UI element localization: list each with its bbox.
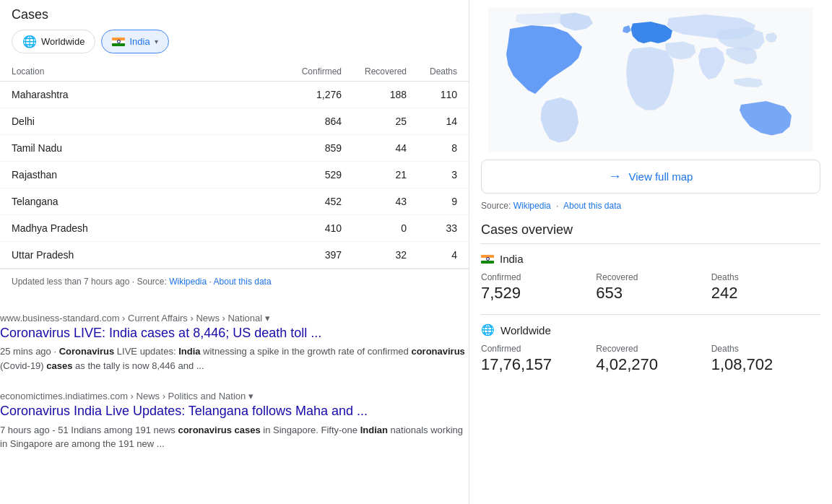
location-cell: Delhi [12,116,277,127]
col-header-location: Location [12,66,277,77]
deaths-cell: 3 [407,169,457,181]
worldwide-deaths-box: Deaths 1,08,702 [711,344,820,374]
worldwide-label: Worldwide [41,36,84,47]
recovered-cell: 0 [342,222,407,234]
cases-overview-section: Cases overview India Confirmed 7,529 [481,222,820,374]
worldwide-confirmed-value: 17,76,157 [481,355,590,374]
india-flag-icon [112,38,125,46]
col-header-recovered: Recovered [342,66,407,77]
india-recovered-box: Recovered 653 [596,272,705,303]
table-footer: Updated less than 7 hours ago · Source: … [0,269,469,294]
worldwide-recovered-box: Recovered 4,02,270 [596,344,705,374]
india-deaths-value: 242 [711,284,820,303]
confirmed-cell: 1,276 [277,89,342,100]
india-stats: Confirmed 7,529 Recovered 653 Deaths 242 [481,272,820,303]
india-recovered-value: 653 [596,284,705,303]
deaths-cell: 33 [407,222,457,234]
result-1-dropdown-icon[interactable]: ▾ [265,313,270,323]
india-filter-button[interactable]: India ▾ [101,30,168,53]
wikipedia-link[interactable]: Wikipedia [169,277,207,287]
cases-overview-title: Cases overview [481,222,820,244]
worldwide-confirmed-label: Confirmed [481,344,590,354]
table-row: Rajasthan 529 21 3 [0,162,469,188]
worldwide-globe-icon: 🌐 [481,323,495,336]
worldwide-name: Worldwide [500,324,551,336]
india-name: India [500,253,524,265]
result-2-snippet: 7 hours ago - 51 Indians among 191 news … [0,423,469,451]
result-1-snippet: 25 mins ago · Coronavirus LIVE updates: … [0,344,469,373]
india-confirmed-box: Confirmed 7,529 [481,272,590,303]
india-confirmed-value: 7,529 [481,284,590,303]
update-text: Updated less than 7 hours ago · Source: [12,277,167,287]
confirmed-cell: 859 [277,142,342,154]
confirmed-cell: 529 [277,169,342,181]
arrow-right-icon: → [609,169,622,184]
deaths-cell: 14 [407,116,457,127]
recovered-cell: 188 [342,89,407,100]
recovered-cell: 32 [342,249,407,261]
globe-icon: 🌐 [22,35,37,48]
search-result-1: www.business-standard.com › Current Affa… [0,305,469,381]
confirmed-cell: 397 [277,249,342,261]
worldwide-recovered-label: Recovered [596,344,705,354]
india-overview: India Confirmed 7,529 Recovered 653 Deat… [481,253,820,303]
location-cell: Maharashtra [12,89,277,100]
india-deaths-label: Deaths [711,272,820,282]
deaths-cell: 110 [407,89,457,100]
worldwide-overview: 🌐 Worldwide Confirmed 17,76,157 Recovere… [481,323,820,374]
filter-buttons: 🌐 Worldwide India ▾ [0,30,469,62]
left-panel: Cases 🌐 Worldwide India ▾ Location Confi… [0,0,469,504]
recovered-cell: 21 [342,169,407,181]
col-header-deaths: Deaths [407,66,457,77]
confirmed-cell: 864 [277,116,342,127]
recovered-cell: 25 [342,116,407,127]
table-body: Maharashtra 1,276 188 110 Delhi 864 25 1… [0,82,469,269]
location-cell: Madhya Pradesh [12,222,277,234]
confirmed-cell: 452 [277,196,342,207]
stats-divider [481,314,820,315]
result-2-title[interactable]: Coronavirus India Live Updates: Telangan… [0,403,469,420]
table-row: Telangana 452 43 9 [0,188,469,215]
chevron-down-icon: ▾ [155,38,158,45]
worldwide-stats: Confirmed 17,76,157 Recovered 4,02,270 D… [481,344,820,374]
india-label: India [129,36,150,47]
col-header-confirmed: Confirmed [277,66,342,77]
table-header: Location Confirmed Recovered Deaths [0,62,469,82]
india-flag-overview-icon [481,255,494,264]
world-map-container [481,7,820,154]
table-row: Maharashtra 1,276 188 110 [0,82,469,108]
about-data-link[interactable]: About this data [214,277,272,287]
cases-title: Cases [0,7,469,30]
india-confirmed-label: Confirmed [481,272,590,282]
worldwide-recovered-value: 4,02,270 [596,355,705,374]
result-1-source: www.business-standard.com › Current Affa… [0,313,469,323]
right-panel: → View full map Source: Wikipedia · Abou… [469,0,832,504]
result-1-title[interactable]: Coronavirus LIVE: India cases at 8,446; … [0,325,469,342]
view-full-map-label: View full map [629,170,693,183]
search-result-2: economictimes.indiatimes.com › News › Po… [0,383,469,459]
location-cell: Rajasthan [12,169,277,181]
recovered-cell: 44 [342,142,407,154]
worldwide-country-label: 🌐 Worldwide [481,323,820,336]
india-recovered-label: Recovered [596,272,705,282]
worldwide-filter-button[interactable]: 🌐 Worldwide [12,30,95,53]
location-cell: Telangana [12,196,277,207]
location-cell: Tamil Nadu [12,142,277,154]
worldwide-deaths-label: Deaths [711,344,820,354]
table-row: Tamil Nadu 859 44 8 [0,135,469,162]
about-data-source-link[interactable]: About this data [563,201,621,211]
view-full-map-button[interactable]: → View full map [481,160,820,194]
worldwide-confirmed-box: Confirmed 17,76,157 [481,344,590,374]
india-deaths-box: Deaths 242 [711,272,820,303]
table-row: Madhya Pradesh 410 0 33 [0,215,469,242]
wikipedia-source-link[interactable]: Wikipedia [514,201,551,211]
map-source: Source: Wikipedia · About this data [481,201,820,211]
world-map-svg [481,7,820,152]
source-label: Source: [481,201,511,211]
deaths-cell: 9 [407,196,457,207]
result-2-dropdown-icon[interactable]: ▾ [248,391,254,401]
confirmed-cell: 410 [277,222,342,234]
search-results: www.business-standard.com › Current Affa… [0,294,469,459]
table-row: Delhi 864 25 14 [0,108,469,135]
worldwide-deaths-value: 1,08,702 [711,355,820,374]
